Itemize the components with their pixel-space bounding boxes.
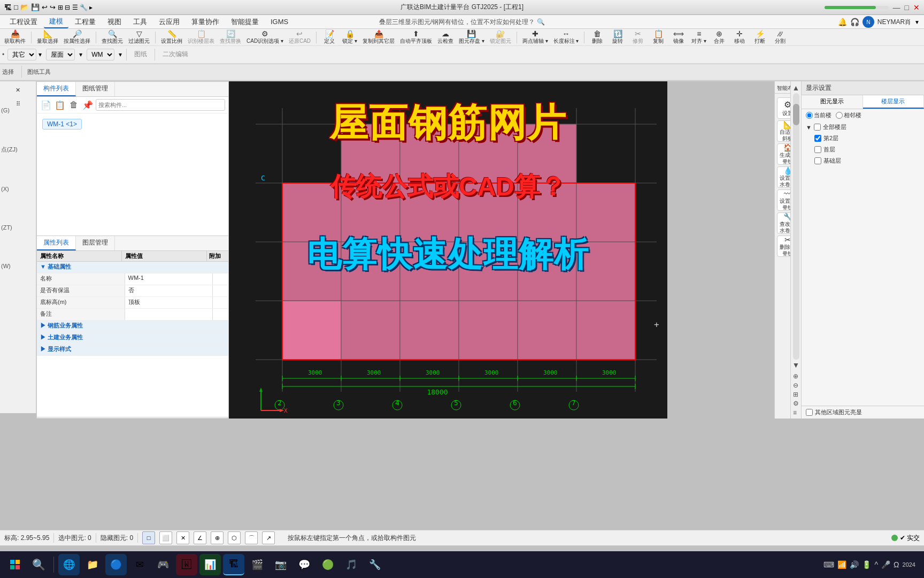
paste-component-icon[interactable]: 📌 (82, 100, 94, 110)
taskbar-browser-btn[interactable]: 🔵 (105, 554, 127, 575)
break-btn[interactable]: ⚡打断 (750, 30, 769, 45)
help-icon[interactable]: 🔍 (537, 18, 545, 26)
find-element-btn[interactable]: 🔍查找图元 (99, 30, 125, 45)
other-regions-checkbox[interactable] (806, 409, 813, 416)
taskbar-media-btn[interactable]: 🎬 (247, 554, 268, 575)
category-selector[interactable]: 其它 (7, 49, 36, 60)
fit-view-icon[interactable]: ⊞ (793, 391, 799, 398)
minimize-btn[interactable]: — (893, 3, 900, 12)
taskbar-wechat-btn[interactable]: 🟢 (317, 554, 338, 575)
align-btn[interactable]: ≡对齐 ▾ (689, 30, 709, 45)
extra-tools[interactable]: ⊞ ⊟ ☰ 🔧 ▸ (58, 4, 93, 11)
taskbar-game-btn[interactable]: 🎮 (152, 554, 174, 575)
notification-icon[interactable]: 🔔 (838, 18, 847, 26)
undo-btn[interactable]: ↩ (42, 3, 48, 11)
scroll-down-icon[interactable]: ▼ (792, 361, 800, 369)
tray-volume-icon[interactable]: 🔊 (850, 560, 859, 569)
tray-network-icon[interactable]: 📶 (837, 560, 846, 569)
select-by-prop-btn[interactable]: 🔎按属性选择 (61, 30, 93, 45)
prop-value-insulation[interactable]: 否 (125, 285, 213, 296)
select-by-quantity-btn[interactable]: 📐量取选择 (35, 30, 60, 45)
tray-mic-icon[interactable]: 🎤 (881, 560, 890, 569)
cad-options-btn[interactable]: ⚙CAD识别选项 ▾ (244, 30, 286, 45)
close-btn[interactable]: ✕ (913, 3, 920, 12)
checkbox-all-floors[interactable] (814, 124, 821, 131)
tab-attr-list[interactable]: 属性列表 (37, 236, 76, 250)
set-scale-btn[interactable]: 📏设置比例 (159, 30, 184, 45)
lock-element-btn[interactable]: 🔐锁定图元 (488, 30, 513, 45)
get-component-btn[interactable]: 📥获取构件 (2, 30, 28, 45)
search-taskbar-btn[interactable]: 🔍 (28, 554, 49, 575)
length-mark-btn[interactable]: ↔长度标注 ▾ (551, 30, 581, 45)
taskbar-wps-calc-btn[interactable]: 📊 (199, 554, 221, 575)
rotate-btn[interactable]: 🔃旋转 (608, 30, 627, 45)
poly-btn[interactable]: ⬡ (228, 531, 241, 544)
split-btn[interactable]: ⫻分割 (771, 30, 790, 45)
redo-btn[interactable]: ↪ (50, 3, 56, 11)
lock-btn[interactable]: 🔒锁定 ▾ (340, 30, 359, 45)
layers-icon[interactable]: ≡ (793, 409, 799, 416)
tab-element-display[interactable]: 图元显示 (802, 95, 863, 109)
start-button[interactable] (4, 554, 26, 575)
tree-item-basement[interactable]: 基础层 (810, 155, 924, 166)
taskbar-wps-writer-btn[interactable]: 🅆 (176, 554, 197, 575)
section-label-civil[interactable]: ▶ 土建业务属性 (37, 332, 228, 344)
taskbar-music-btn[interactable]: 🎵 (341, 554, 362, 575)
tree-item-floor1[interactable]: 首层 (810, 144, 924, 155)
move-btn[interactable]: ✛移动 (730, 30, 749, 45)
component-tag-wm1[interactable]: WM-1 <1> (42, 119, 82, 130)
save-element-btn[interactable]: 💾图元存盘 ▾ (457, 30, 487, 45)
arc-btn[interactable]: ⌒ (245, 531, 258, 544)
quick-access-save[interactable]: 💾 (31, 3, 40, 11)
cad-canvas[interactable]: 3000 3000 3000 3000 3000 3000 18000 2 3 … (229, 81, 667, 419)
other-regions-label[interactable]: 其他区域图元亮显 (806, 408, 920, 416)
tab-layer-mgmt[interactable]: 图层管理 (76, 236, 115, 250)
find-replace-btn[interactable]: 🔄查找替换 (218, 30, 243, 45)
delete-btn[interactable]: 🗑删除 (588, 30, 607, 45)
type-selector[interactable]: WM (87, 49, 114, 60)
cancel-btn[interactable]: ✕ (176, 531, 189, 544)
tray-wifi-icon[interactable]: Ω (894, 560, 899, 569)
section-label-rebar[interactable]: ▶ 钢筋业务属性 (37, 321, 228, 332)
tab-drawing-management[interactable]: 图纸管理 (76, 82, 115, 96)
angle-btn[interactable]: ∠ (194, 531, 206, 544)
sidebar-close-btn[interactable]: ✕ (3, 83, 33, 96)
user-avatar[interactable]: N (863, 16, 874, 28)
tab-floor-display[interactable]: 楼层显示 (863, 95, 925, 109)
chevron-down-icon[interactable]: ▼ (914, 19, 920, 25)
settings-icon[interactable]: ⚙ (793, 400, 799, 407)
scroll-up-icon[interactable]: ▲ (792, 83, 800, 92)
copy-component-icon[interactable]: 📋 (54, 100, 66, 110)
taskbar-camera-btn[interactable]: 📷 (270, 554, 291, 575)
tree-item-all-floors[interactable]: ▼ 全部楼层 (802, 121, 924, 133)
taskbar-tools-btn[interactable]: 🔧 (364, 554, 386, 575)
mirror-btn[interactable]: ⟺镜像 (669, 30, 688, 45)
radio-current-floor[interactable]: 当前楼 (806, 111, 831, 119)
checkbox-basement[interactable] (814, 157, 821, 164)
filter-element-btn[interactable]: ▽过滤图元 (126, 30, 152, 45)
snap-mode-btn[interactable]: ↗ (262, 531, 275, 544)
zoom-in-icon[interactable]: ⊕ (793, 372, 799, 380)
select-rect-btn[interactable]: ⬜ (159, 531, 172, 544)
taskbar-email-btn[interactable]: ✉ (129, 554, 150, 575)
tray-battery-icon[interactable]: 🔋 (862, 560, 871, 569)
delete-component-icon[interactable]: 🗑 (68, 100, 80, 110)
tree-item-floor2[interactable]: 第2层 (810, 133, 924, 144)
tab-component-list[interactable]: 构件列表 (37, 82, 76, 96)
zoom-out-icon[interactable]: ⊖ (793, 382, 799, 389)
scrollbar-track[interactable] (793, 93, 799, 360)
copy-btn[interactable]: 📋复制 (649, 30, 668, 45)
floor-selector[interactable]: 屋面 (46, 49, 75, 60)
taskbar-chat-btn[interactable]: 💬 (294, 554, 315, 575)
snap-btn[interactable]: □ (142, 531, 155, 544)
add-component-icon[interactable]: 📄 (40, 100, 52, 110)
taskbar-edge-btn[interactable]: 🌐 (58, 554, 80, 575)
checkbox-floor1[interactable] (814, 146, 821, 153)
maximize-btn[interactable]: □ (905, 3, 909, 12)
tray-arrow-icon[interactable]: ^ (874, 560, 878, 569)
prop-value-note[interactable] (125, 309, 213, 320)
restore-cad-btn[interactable]: ↩还原CAD (287, 30, 313, 45)
component-search-input[interactable] (96, 99, 225, 111)
identify-floor-btn[interactable]: 📋识别楼层表 (186, 30, 217, 45)
checkbox-floor2[interactable] (814, 135, 821, 142)
